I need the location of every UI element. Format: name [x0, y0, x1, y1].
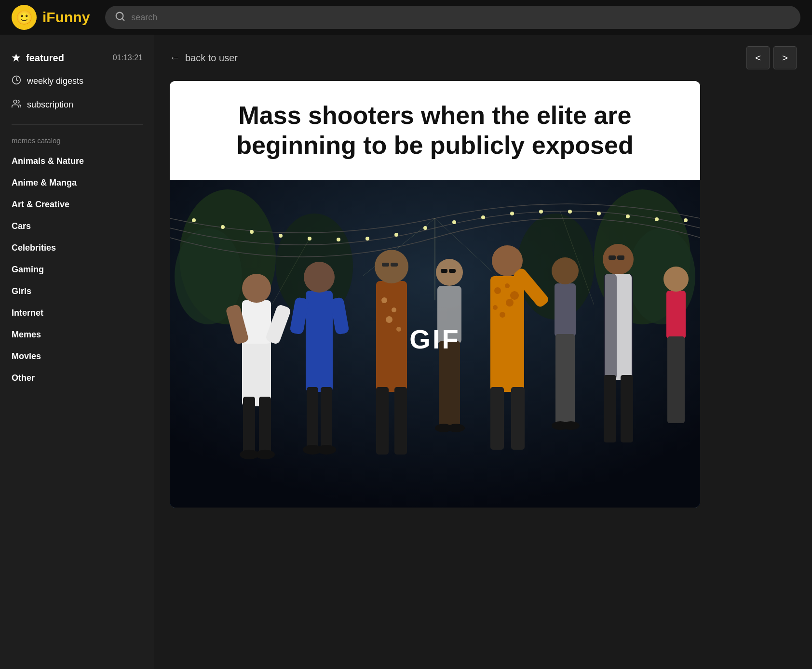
sidebar: ★ featured 01:13:21 weekly digests [0, 35, 154, 669]
svg-rect-43 [306, 291, 333, 392]
back-arrow-icon: ← [170, 52, 180, 64]
meme-card: Mass shooters when the elite are beginni… [170, 81, 700, 508]
svg-rect-90 [605, 274, 617, 380]
svg-rect-65 [449, 269, 456, 273]
svg-point-20 [452, 220, 456, 224]
back-to-user-link[interactable]: ← back to user [170, 52, 238, 64]
sidebar-item-featured[interactable]: ★ featured 01:13:21 [0, 46, 154, 69]
svg-rect-64 [441, 269, 447, 273]
svg-point-22 [510, 212, 514, 215]
svg-point-26 [626, 214, 630, 218]
nav-buttons: < > [746, 46, 797, 69]
svg-point-28 [684, 218, 688, 222]
featured-time: 01:13:21 [113, 54, 143, 62]
meme-text-section: Mass shooters when the elite are beginni… [170, 81, 700, 180]
svg-point-56 [386, 316, 392, 323]
meme-text: Mass shooters when the elite are beginni… [193, 100, 677, 161]
svg-rect-39 [243, 397, 255, 455]
svg-point-72 [500, 312, 505, 318]
gif-text: GIF [409, 324, 460, 354]
svg-rect-59 [391, 263, 398, 267]
svg-point-12 [221, 225, 225, 229]
sidebar-item-celebrities[interactable]: Celebrities [0, 237, 154, 259]
svg-point-27 [655, 217, 659, 221]
svg-point-18 [394, 233, 398, 237]
svg-point-54 [381, 297, 387, 303]
main-content: ← back to user < > Mass shooters when th… [154, 35, 812, 669]
svg-rect-79 [511, 387, 525, 450]
svg-point-21 [481, 215, 485, 219]
svg-point-81 [552, 257, 579, 284]
memes-catalog-label: memes catalog [0, 133, 154, 150]
svg-point-11 [192, 218, 196, 222]
svg-point-74 [493, 305, 498, 310]
search-bar[interactable] [105, 6, 800, 29]
svg-point-14 [279, 234, 283, 238]
svg-rect-48 [321, 387, 332, 450]
sidebar-item-weekly-digests[interactable]: weekly digests [0, 69, 154, 93]
sidebar-item-gaming[interactable]: Gaming [0, 259, 154, 281]
svg-point-73 [510, 291, 519, 300]
sidebar-item-girls[interactable]: Girls [0, 281, 154, 302]
svg-line-1 [122, 18, 124, 20]
svg-point-19 [423, 226, 427, 230]
svg-point-13 [250, 230, 254, 234]
svg-point-70 [494, 287, 501, 294]
svg-point-84 [562, 421, 580, 430]
meme-gif-section: GIF [170, 180, 700, 508]
svg-point-25 [597, 212, 601, 215]
sidebar-item-internet[interactable]: Internet [0, 302, 154, 324]
svg-point-57 [396, 327, 401, 332]
sidebar-item-other[interactable]: Other [0, 367, 154, 389]
sidebar-item-memes[interactable]: Memes [0, 324, 154, 346]
svg-point-53 [375, 250, 408, 283]
search-icon [115, 11, 125, 24]
svg-rect-60 [376, 387, 389, 455]
content-nav-bar: ← back to user < > [170, 46, 797, 69]
svg-point-71 [506, 299, 514, 307]
svg-point-3 [14, 100, 17, 104]
svg-rect-47 [307, 387, 318, 450]
logo-text: iFunny [42, 9, 90, 26]
logo-area[interactable]: 🙂 iFunny [12, 5, 90, 30]
svg-rect-66 [439, 341, 460, 428]
person-icon [12, 99, 21, 111]
sidebar-item-cars[interactable]: Cars [0, 215, 154, 237]
featured-label: featured [26, 53, 64, 64]
svg-point-42 [256, 450, 275, 459]
svg-point-16 [337, 238, 340, 241]
clock-icon [12, 75, 21, 87]
back-to-user-label: back to user [185, 53, 238, 64]
next-button[interactable]: > [773, 46, 797, 69]
svg-point-36 [242, 274, 271, 303]
svg-point-17 [365, 237, 369, 241]
svg-rect-80 [555, 283, 576, 336]
logo-icon: 🙂 [12, 5, 37, 30]
sidebar-item-movies[interactable]: Movies [0, 346, 154, 367]
svg-point-50 [317, 445, 336, 455]
sidebar-item-art-creative[interactable]: Art & Creative [0, 194, 154, 215]
sidebar-item-subscription[interactable]: subscription [0, 93, 154, 117]
body-layout: ★ featured 01:13:21 weekly digests [0, 35, 812, 669]
svg-rect-92 [621, 375, 633, 442]
svg-rect-61 [394, 387, 407, 455]
sidebar-item-anime-manga[interactable]: Anime & Manga [0, 172, 154, 194]
svg-rect-69 [490, 276, 524, 392]
svg-rect-78 [490, 387, 504, 450]
svg-point-23 [539, 210, 543, 214]
svg-point-94 [663, 267, 689, 292]
svg-rect-82 [555, 334, 575, 426]
svg-point-68 [447, 424, 465, 432]
svg-point-55 [392, 308, 396, 312]
svg-rect-95 [667, 336, 685, 423]
svg-rect-88 [617, 255, 624, 260]
app-header: 🙂 iFunny [0, 0, 812, 35]
search-input[interactable] [131, 13, 791, 23]
svg-point-24 [568, 210, 572, 214]
svg-point-75 [505, 283, 510, 288]
svg-rect-58 [382, 263, 389, 267]
sidebar-divider [12, 124, 143, 125]
prev-button[interactable]: < [746, 46, 770, 69]
svg-rect-87 [609, 255, 616, 260]
sidebar-item-animals-nature[interactable]: Animals & Nature [0, 150, 154, 172]
